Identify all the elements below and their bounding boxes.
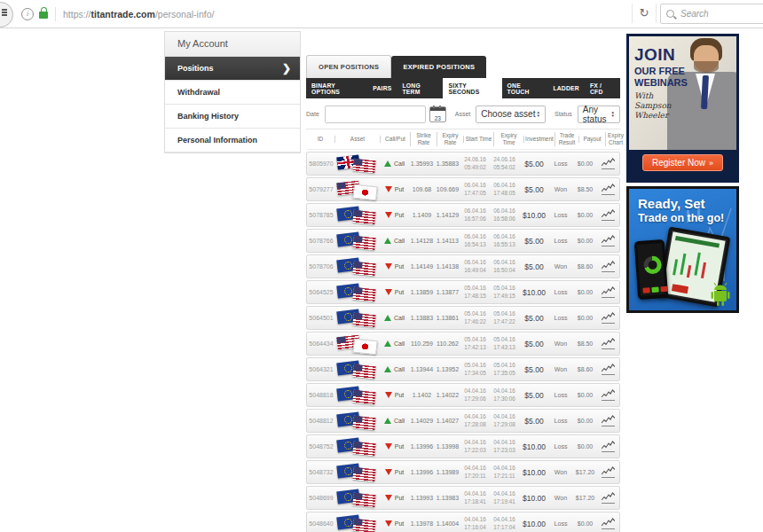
sidebar-item-personal-information[interactable]: Personal Information — [165, 129, 300, 153]
expiry-chart-icon[interactable] — [602, 466, 615, 478]
row-strike-rate: 1.13996 — [409, 443, 435, 450]
row-expiry-chart — [598, 209, 617, 221]
expiry-chart-icon[interactable] — [602, 286, 615, 298]
table-row[interactable]: 5048812 Call 1.14029 1.14027 04.04.1617:… — [306, 409, 620, 433]
subtab-fx-cfd[interactable]: FX / CFD — [585, 78, 620, 98]
expiry-chart-icon[interactable] — [602, 209, 615, 221]
lock-icon[interactable] — [39, 12, 48, 19]
positions-tabs: OPEN POSITIONS EXPIRED POSITIONS — [306, 55, 620, 78]
reload-icon[interactable]: ↻ — [632, 4, 657, 23]
asset-flag-pair-icon — [336, 283, 379, 302]
expiry-chart-icon[interactable] — [602, 389, 615, 401]
table-row[interactable]: 5048752 Put 1.13996 1.13998 04.04.1617:2… — [306, 434, 620, 458]
trade-dial-graphic — [643, 255, 662, 274]
sidebar-item-positions[interactable]: Positions ❯ — [165, 57, 300, 81]
row-strike-rate: 1.14029 — [409, 418, 435, 424]
sidebar-item-withdrawal[interactable]: Withdrawal — [165, 81, 300, 105]
row-expiry-rate: 1.14022 — [435, 392, 460, 398]
expiry-chart-icon[interactable] — [602, 184, 615, 195]
subtab-ladder[interactable]: LADDER — [547, 78, 585, 98]
expiry-chart-icon[interactable] — [602, 441, 615, 452]
table-row[interactable]: 5064434 Call 110.259 110.262 05.04.1617:… — [306, 332, 620, 356]
col-expiry-time: Expiry Time — [493, 132, 523, 146]
table-row[interactable]: 5064321 Call 1.13944 1.13952 05.04.1617:… — [306, 357, 620, 381]
table-row[interactable]: 5064525 Put 1.13859 1.13877 05.04.1617:4… — [306, 280, 620, 304]
row-expiry-time: 04.04.1617:23:03 — [490, 439, 519, 454]
row-trade-result: Loss — [549, 418, 572, 424]
search-input[interactable] — [679, 8, 753, 20]
url-text[interactable]: https://titantrade.com/personal-info/ — [63, 9, 214, 20]
tab-expired-positions[interactable]: EXPIRED POSITIONS — [391, 56, 486, 78]
table-row[interactable]: 5048818 Put 1.1402 1.14022 04.04.1617:29… — [306, 383, 620, 407]
flag-icon — [352, 441, 375, 456]
expiry-chart-icon[interactable] — [602, 338, 615, 349]
row-trade-result: Loss — [549, 443, 572, 450]
table-row[interactable]: 5805970 Call 1.35993 1.35883 24.06.1605:… — [306, 152, 620, 176]
table-row[interactable]: 5079277 Put 109.68 109.669 06.04.1617:47… — [306, 177, 620, 201]
direction-triangle-icon — [385, 212, 392, 218]
subtab-binary-options[interactable]: BINARY OPTIONS — [306, 78, 367, 98]
mobile-ad-line1: Ready, Set — [638, 196, 705, 211]
row-direction: Put — [380, 443, 409, 450]
direction-triangle-icon — [384, 315, 391, 321]
table-row[interactable]: 5078766 Call 1.14128 1.14113 06.04.1616:… — [306, 229, 620, 253]
address-bar[interactable]: i https://titantrade.com/personal-info/ — [21, 0, 214, 27]
browser-search-box[interactable] — [660, 4, 763, 24]
subtab-sixty-seconds[interactable]: SIXTY SECONDS — [443, 78, 501, 98]
asset-flag-pair-icon — [336, 386, 379, 405]
table-row[interactable]: 5064501 Call 1.13883 1.13861 05.04.1617:… — [306, 306, 620, 330]
date-filter-input[interactable] — [325, 106, 426, 123]
table-row[interactable]: 5048732 Put 1.13996 1.13989 04.04.1617:2… — [306, 460, 620, 484]
row-strike-rate: 1.13859 — [409, 289, 435, 295]
subtab-pairs[interactable]: PAIRS — [367, 78, 397, 98]
browser-menu-button[interactable] — [0, 2, 13, 27]
sidebar-item-banking-history[interactable]: Banking History — [165, 105, 300, 129]
register-now-button[interactable]: Register Now» — [642, 154, 723, 171]
status-select[interactable]: Any status ▲▼ — [578, 106, 620, 123]
row-expiry-rate: 1.13989 — [435, 469, 460, 475]
row-expiry-rate: 1.13998 — [435, 443, 460, 450]
row-expiry-time: 06.04.1617:48:05 — [490, 182, 519, 197]
expiry-chart-icon[interactable] — [602, 364, 615, 375]
row-id: 5048752 — [307, 443, 335, 450]
flag-icon — [352, 235, 375, 250]
webinar-ad-banner[interactable]: JOIN OUR FREE WEBINARS With Sampson Whee… — [626, 34, 739, 183]
subtab-long-term[interactable]: LONG TERM — [397, 78, 444, 98]
expiry-chart-icon[interactable] — [602, 312, 615, 324]
calendar-icon[interactable]: 23 — [429, 106, 446, 122]
row-strike-rate: 1.13993 — [409, 495, 435, 501]
flag-icon — [352, 492, 375, 507]
row-strike-rate: 1.13944 — [409, 366, 435, 372]
row-expiry-chart — [598, 235, 617, 246]
divider — [55, 7, 56, 21]
table-row[interactable]: 5048699 Put 1.13993 1.13983 04.04.1617:1… — [306, 486, 620, 510]
page-info-icon[interactable]: i — [21, 8, 34, 20]
flag-icon — [352, 518, 375, 532]
subtab-one-touch[interactable]: ONE TOUCH — [502, 78, 548, 98]
table-row[interactable]: 5078785 Put 1.1409 1.14129 06.04.1616:57… — [306, 203, 620, 227]
account-sidebar: My Account Positions ❯ Withdrawal Bankin… — [164, 31, 301, 153]
row-asset — [335, 309, 380, 328]
sidebar-item-label: Personal Information — [177, 136, 257, 145]
tab-open-positions[interactable]: OPEN POSITIONS — [306, 55, 391, 78]
webinar-ad-headline: JOIN — [634, 45, 675, 65]
expiry-chart-icon[interactable] — [602, 492, 615, 504]
asset-flag-pair-icon — [336, 463, 379, 482]
row-expiry-chart — [598, 286, 617, 298]
direction-label: Put — [395, 289, 405, 295]
flag-icon — [352, 312, 375, 327]
asset-select[interactable]: Choose asset ▲▼ — [476, 106, 546, 123]
row-trade-result: Loss — [549, 289, 572, 295]
table-row[interactable]: 5048640 Put 1.13978 1.14004 04.04.1617:1… — [306, 512, 620, 532]
row-id: 5064434 — [307, 340, 335, 347]
date-filter-label: Date — [306, 111, 319, 117]
expiry-chart-icon[interactable] — [602, 415, 615, 426]
row-payout: $8.50 — [572, 340, 598, 347]
mobile-trading-ad-banner[interactable]: Ready, Set Trade on the go! — [626, 186, 739, 313]
expiry-chart-icon[interactable] — [602, 235, 615, 246]
row-expiry-chart — [598, 261, 617, 272]
table-row[interactable]: 5078706 Put 1.14149 1.14138 06.04.1616:4… — [306, 254, 620, 278]
expiry-chart-icon[interactable] — [602, 518, 615, 529]
expiry-chart-icon[interactable] — [602, 158, 615, 169]
expiry-chart-icon[interactable] — [602, 261, 615, 272]
